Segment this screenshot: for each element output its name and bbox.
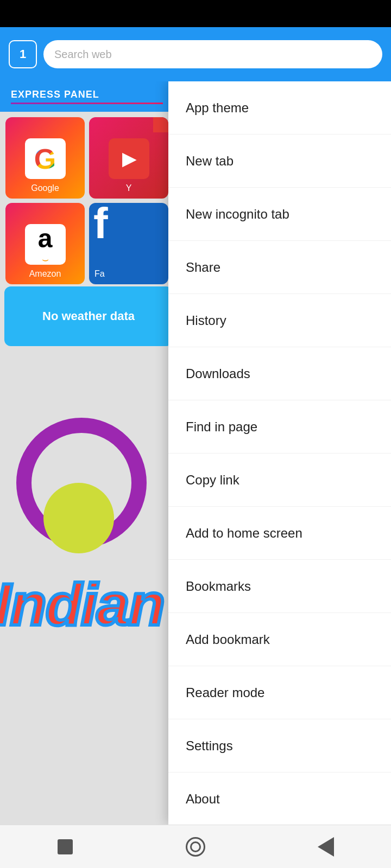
menu-item-add-to-home-screen[interactable]: Add to home screen [168,507,391,560]
search-bar[interactable]: Search web [43,40,382,68]
cards-grid: G Google ▶ Y a ⌣ Amezon [5,117,168,284]
stop-button[interactable] [49,831,81,863]
back-button[interactable] [310,831,342,863]
back-icon [318,837,334,857]
menu-item-history[interactable]: History [168,294,391,347]
nav-bar [0,825,391,868]
weather-text: No weather data [42,309,135,323]
menu-item-downloads[interactable]: Downloads [168,347,391,400]
amazon-icon: a ⌣ [25,224,66,265]
card-youtube[interactable]: ▶ Y [89,117,168,199]
menu-item-new-incognito-tab[interactable]: New incognito tab [168,188,391,241]
express-panel-header: EXPRESS PANEL [0,81,174,112]
tab-counter[interactable]: 1 [9,40,37,68]
menu-item-add-bookmark[interactable]: Add bookmark [168,613,391,666]
card-facebook[interactable]: f Fa [89,203,168,284]
menu-item-bookmarks[interactable]: Bookmarks [168,560,391,613]
youtube-icon: ▶ [109,138,149,179]
home-button[interactable] [179,831,212,863]
status-bar [0,0,391,27]
menu-item-copy-link[interactable]: Copy link [168,454,391,507]
menu-item-app-theme[interactable]: App theme [168,81,391,135]
menu-item-about[interactable]: About [168,773,391,825]
youtube-label: Y [126,183,132,193]
menu-item-new-tab[interactable]: New tab [168,135,391,188]
cards-area: G Google ▶ Y a ⌣ Amezon [0,112,174,290]
main-content: EXPRESS PANEL G Google ▶ Y [0,81,391,825]
dropdown-menu: App theme New tab New incognito tab Shar… [168,81,391,825]
card-amazon[interactable]: a ⌣ Amezon [5,203,85,284]
left-panel: EXPRESS PANEL G Google ▶ Y [0,81,174,825]
google-label: Google [31,183,59,193]
browser-chrome: 1 Search web [0,27,391,81]
menu-item-share[interactable]: Share [168,241,391,294]
express-panel-label: EXPRESS PANEL [11,89,163,100]
amazon-label: Amezon [29,269,61,279]
google-icon: G [25,138,66,179]
indian-text: Indian [0,570,164,639]
weather-widget: No weather data [4,286,173,346]
facebook-label: Fa [94,269,105,279]
menu-item-find-in-page[interactable]: Find in page [168,400,391,454]
home-icon [186,837,205,857]
bg-circle-yellow [43,483,114,553]
stop-icon [58,839,73,854]
menu-item-settings[interactable]: Settings [168,719,391,773]
menu-item-reader-mode[interactable]: Reader mode [168,666,391,719]
card-google[interactable]: G Google [5,117,85,199]
express-panel-underline [11,103,163,104]
